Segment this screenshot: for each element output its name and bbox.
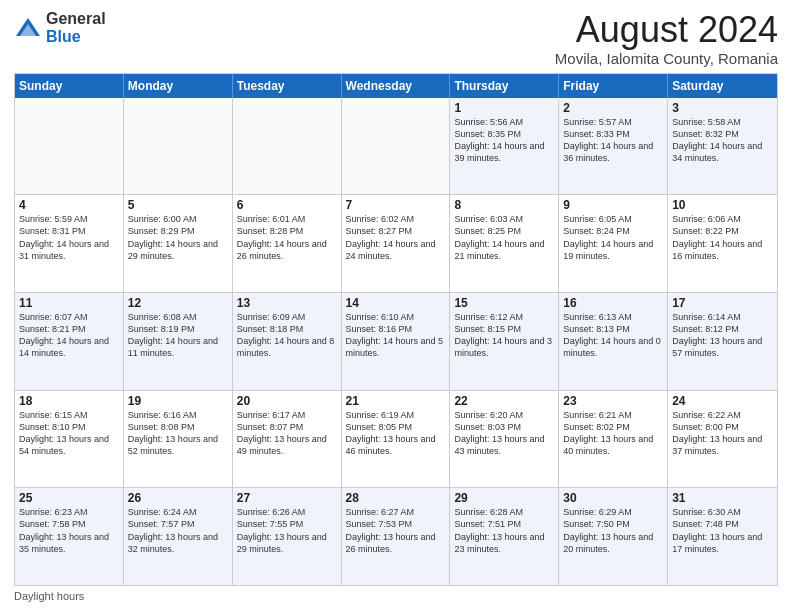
logo-icon	[14, 14, 42, 42]
day-number: 11	[19, 296, 119, 310]
day-info: Sunrise: 6:09 AM Sunset: 8:18 PM Dayligh…	[237, 311, 337, 360]
day-info: Sunrise: 6:15 AM Sunset: 8:10 PM Dayligh…	[19, 409, 119, 458]
day-number: 26	[128, 491, 228, 505]
day-cell: 16Sunrise: 6:13 AM Sunset: 8:13 PM Dayli…	[559, 293, 668, 390]
day-number: 30	[563, 491, 663, 505]
day-number: 7	[346, 198, 446, 212]
logo-text: General Blue	[46, 10, 106, 45]
day-number: 1	[454, 101, 554, 115]
header-day: Wednesday	[342, 74, 451, 98]
day-cell: 6Sunrise: 6:01 AM Sunset: 8:28 PM Daylig…	[233, 195, 342, 292]
page: General Blue August 2024 Movila, Ialomit…	[0, 0, 792, 612]
day-cell: 29Sunrise: 6:28 AM Sunset: 7:51 PM Dayli…	[450, 488, 559, 585]
day-cell: 25Sunrise: 6:23 AM Sunset: 7:58 PM Dayli…	[15, 488, 124, 585]
day-number: 8	[454, 198, 554, 212]
logo-blue: Blue	[46, 28, 106, 46]
day-info: Sunrise: 6:29 AM Sunset: 7:50 PM Dayligh…	[563, 506, 663, 555]
day-cell: 19Sunrise: 6:16 AM Sunset: 8:08 PM Dayli…	[124, 391, 233, 488]
empty-cell	[342, 98, 451, 195]
day-info: Sunrise: 6:06 AM Sunset: 8:22 PM Dayligh…	[672, 213, 773, 262]
day-number: 15	[454, 296, 554, 310]
day-cell: 10Sunrise: 6:06 AM Sunset: 8:22 PM Dayli…	[668, 195, 777, 292]
day-cell: 24Sunrise: 6:22 AM Sunset: 8:00 PM Dayli…	[668, 391, 777, 488]
day-number: 21	[346, 394, 446, 408]
day-number: 5	[128, 198, 228, 212]
day-info: Sunrise: 6:28 AM Sunset: 7:51 PM Dayligh…	[454, 506, 554, 555]
day-cell: 22Sunrise: 6:20 AM Sunset: 8:03 PM Dayli…	[450, 391, 559, 488]
day-cell: 12Sunrise: 6:08 AM Sunset: 8:19 PM Dayli…	[124, 293, 233, 390]
day-cell: 13Sunrise: 6:09 AM Sunset: 8:18 PM Dayli…	[233, 293, 342, 390]
day-info: Sunrise: 6:00 AM Sunset: 8:29 PM Dayligh…	[128, 213, 228, 262]
subtitle: Movila, Ialomita County, Romania	[555, 50, 778, 67]
header-day: Monday	[124, 74, 233, 98]
day-info: Sunrise: 6:02 AM Sunset: 8:27 PM Dayligh…	[346, 213, 446, 262]
day-cell: 7Sunrise: 6:02 AM Sunset: 8:27 PM Daylig…	[342, 195, 451, 292]
day-cell: 3Sunrise: 5:58 AM Sunset: 8:32 PM Daylig…	[668, 98, 777, 195]
day-number: 17	[672, 296, 773, 310]
day-info: Sunrise: 6:01 AM Sunset: 8:28 PM Dayligh…	[237, 213, 337, 262]
day-info: Sunrise: 6:13 AM Sunset: 8:13 PM Dayligh…	[563, 311, 663, 360]
day-info: Sunrise: 6:08 AM Sunset: 8:19 PM Dayligh…	[128, 311, 228, 360]
footer: Daylight hours	[14, 590, 778, 602]
day-cell: 26Sunrise: 6:24 AM Sunset: 7:57 PM Dayli…	[124, 488, 233, 585]
day-number: 25	[19, 491, 119, 505]
day-info: Sunrise: 6:07 AM Sunset: 8:21 PM Dayligh…	[19, 311, 119, 360]
day-cell: 30Sunrise: 6:29 AM Sunset: 7:50 PM Dayli…	[559, 488, 668, 585]
header-day: Thursday	[450, 74, 559, 98]
day-info: Sunrise: 6:05 AM Sunset: 8:24 PM Dayligh…	[563, 213, 663, 262]
empty-cell	[233, 98, 342, 195]
day-cell: 21Sunrise: 6:19 AM Sunset: 8:05 PM Dayli…	[342, 391, 451, 488]
day-number: 22	[454, 394, 554, 408]
calendar-row: 1Sunrise: 5:56 AM Sunset: 8:35 PM Daylig…	[15, 98, 777, 196]
day-number: 10	[672, 198, 773, 212]
day-number: 4	[19, 198, 119, 212]
day-number: 27	[237, 491, 337, 505]
day-info: Sunrise: 5:57 AM Sunset: 8:33 PM Dayligh…	[563, 116, 663, 165]
day-number: 6	[237, 198, 337, 212]
day-number: 24	[672, 394, 773, 408]
day-info: Sunrise: 6:17 AM Sunset: 8:07 PM Dayligh…	[237, 409, 337, 458]
header-day: Sunday	[15, 74, 124, 98]
day-number: 14	[346, 296, 446, 310]
day-cell: 9Sunrise: 6:05 AM Sunset: 8:24 PM Daylig…	[559, 195, 668, 292]
header-day: Saturday	[668, 74, 777, 98]
day-info: Sunrise: 5:59 AM Sunset: 8:31 PM Dayligh…	[19, 213, 119, 262]
empty-cell	[124, 98, 233, 195]
day-cell: 2Sunrise: 5:57 AM Sunset: 8:33 PM Daylig…	[559, 98, 668, 195]
logo-general: General	[46, 10, 106, 28]
day-info: Sunrise: 6:10 AM Sunset: 8:16 PM Dayligh…	[346, 311, 446, 360]
day-cell: 1Sunrise: 5:56 AM Sunset: 8:35 PM Daylig…	[450, 98, 559, 195]
empty-cell	[15, 98, 124, 195]
day-info: Sunrise: 6:27 AM Sunset: 7:53 PM Dayligh…	[346, 506, 446, 555]
day-number: 28	[346, 491, 446, 505]
title-block: August 2024 Movila, Ialomita County, Rom…	[555, 10, 778, 67]
day-cell: 20Sunrise: 6:17 AM Sunset: 8:07 PM Dayli…	[233, 391, 342, 488]
day-info: Sunrise: 6:26 AM Sunset: 7:55 PM Dayligh…	[237, 506, 337, 555]
header-day: Tuesday	[233, 74, 342, 98]
day-number: 19	[128, 394, 228, 408]
day-number: 20	[237, 394, 337, 408]
main-title: August 2024	[555, 10, 778, 50]
day-cell: 18Sunrise: 6:15 AM Sunset: 8:10 PM Dayli…	[15, 391, 124, 488]
header-day: Friday	[559, 74, 668, 98]
day-cell: 14Sunrise: 6:10 AM Sunset: 8:16 PM Dayli…	[342, 293, 451, 390]
day-number: 16	[563, 296, 663, 310]
day-number: 3	[672, 101, 773, 115]
day-cell: 8Sunrise: 6:03 AM Sunset: 8:25 PM Daylig…	[450, 195, 559, 292]
day-cell: 28Sunrise: 6:27 AM Sunset: 7:53 PM Dayli…	[342, 488, 451, 585]
day-cell: 17Sunrise: 6:14 AM Sunset: 8:12 PM Dayli…	[668, 293, 777, 390]
day-number: 29	[454, 491, 554, 505]
header: General Blue August 2024 Movila, Ialomit…	[14, 10, 778, 67]
day-number: 12	[128, 296, 228, 310]
day-cell: 15Sunrise: 6:12 AM Sunset: 8:15 PM Dayli…	[450, 293, 559, 390]
day-cell: 23Sunrise: 6:21 AM Sunset: 8:02 PM Dayli…	[559, 391, 668, 488]
day-number: 31	[672, 491, 773, 505]
day-cell: 27Sunrise: 6:26 AM Sunset: 7:55 PM Dayli…	[233, 488, 342, 585]
calendar-header: SundayMondayTuesdayWednesdayThursdayFrid…	[15, 74, 777, 98]
day-cell: 11Sunrise: 6:07 AM Sunset: 8:21 PM Dayli…	[15, 293, 124, 390]
calendar-row: 11Sunrise: 6:07 AM Sunset: 8:21 PM Dayli…	[15, 293, 777, 391]
day-info: Sunrise: 6:23 AM Sunset: 7:58 PM Dayligh…	[19, 506, 119, 555]
day-info: Sunrise: 5:58 AM Sunset: 8:32 PM Dayligh…	[672, 116, 773, 165]
day-info: Sunrise: 6:24 AM Sunset: 7:57 PM Dayligh…	[128, 506, 228, 555]
day-number: 13	[237, 296, 337, 310]
